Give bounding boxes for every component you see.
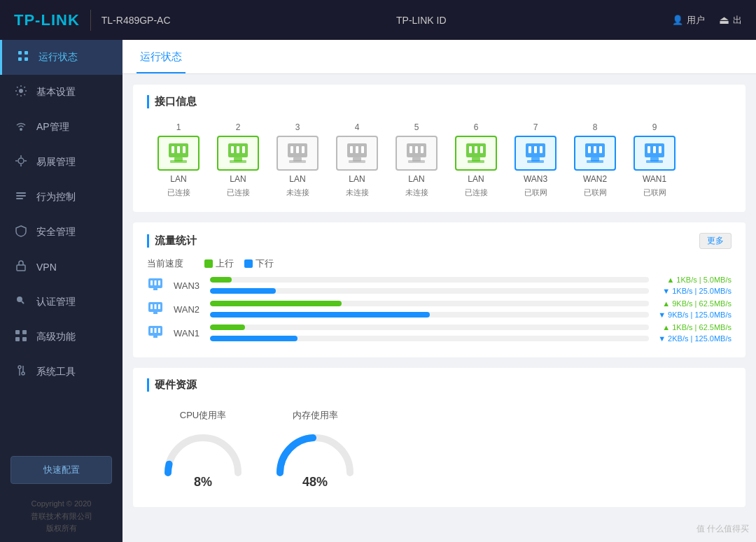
upload-bar-bg <box>210 301 649 306</box>
svg-rect-41 <box>289 160 306 163</box>
sidebar-label-security-mgmt: 安全管理 <box>36 226 76 238</box>
advanced-icon <box>14 329 28 345</box>
upload-bar-fill <box>210 277 232 283</box>
svg-rect-51 <box>421 146 424 153</box>
ap-management-icon <box>14 120 28 135</box>
sidebar-item-advanced[interactable]: 高级功能 <box>0 320 122 355</box>
download-speed-text: ▼ 9KB/s | 125.0MB/s <box>654 311 732 319</box>
eth-port-svg <box>223 141 253 166</box>
quick-config-button[interactable]: 快速配置 <box>10 456 112 484</box>
auth-mgmt-icon <box>14 294 28 310</box>
svg-point-4 <box>19 89 23 93</box>
svg-rect-90 <box>155 328 157 333</box>
sidebar-item-behavior-ctrl[interactable]: 行为控制 <box>0 180 122 215</box>
upload-speed-text: ▲ 1KB/s | 5.0MB/s <box>654 276 732 284</box>
wan-port-icon <box>147 301 167 318</box>
svg-rect-74 <box>653 146 656 153</box>
svg-rect-53 <box>408 160 425 163</box>
download-speed-text: ▼ 2KB/s | 125.0MB/s <box>654 334 732 343</box>
sidebar-item-auth-mgmt[interactable]: 认证管理 <box>0 285 122 320</box>
svg-rect-62 <box>534 146 537 153</box>
port-number: 7 <box>533 122 538 132</box>
sidebar-label-ap-management: AP管理 <box>36 121 69 134</box>
download-legend: 下行 <box>244 257 274 270</box>
port-icon <box>336 136 378 171</box>
svg-rect-71 <box>587 160 603 163</box>
sidebar-label-advanced: 高级功能 <box>36 331 76 343</box>
download-label: 下行 <box>255 257 274 270</box>
port-status-label: 已联网 <box>584 187 607 198</box>
svg-rect-50 <box>415 146 418 153</box>
sidebar-item-sys-tools[interactable]: 系统工具 <box>0 355 122 390</box>
port-item-9: 9 WAN1已联网 <box>630 122 679 198</box>
svg-rect-61 <box>528 146 531 153</box>
svg-rect-11 <box>16 192 26 194</box>
wan-traffic-rows: WAN3 ▲ 1KB/s | 5.0MB/s ▼ 1KB/s | 25.0MB/… <box>147 276 732 343</box>
svg-rect-45 <box>361 146 364 153</box>
wan-port-icon <box>147 277 167 294</box>
port-item-2: 2 LAN已连接 <box>214 122 262 198</box>
device-model: TL-R489GP-AC <box>102 15 171 26</box>
cpu-gauge: CPU使用率 8% <box>161 409 245 490</box>
port-type-label: LAN <box>170 174 186 184</box>
port-item-4: 4 LAN未连接 <box>332 122 382 198</box>
copyright-text: Copyright © 2020 普联技术有限公司 版权所有 <box>31 499 92 532</box>
svg-rect-73 <box>648 146 650 153</box>
tab-run-status[interactable]: 运行状态 <box>136 40 186 73</box>
svg-rect-67 <box>588 146 591 153</box>
interface-section-title: 接口信息 <box>147 95 732 108</box>
main-content: 运行状态 接口信息 1 LAN已连接2 LAN已连接3 <box>122 40 756 542</box>
svg-point-5 <box>20 128 22 131</box>
svg-rect-80 <box>155 280 157 285</box>
sidebar-item-vpn[interactable]: VPN <box>0 250 122 285</box>
port-status-label: 未连接 <box>346 187 369 198</box>
svg-rect-1 <box>24 51 28 55</box>
sidebar-item-easy-expand[interactable]: 易展管理 <box>0 145 122 180</box>
svg-rect-2 <box>18 57 22 61</box>
current-speed-label: 当前速度 <box>147 257 183 270</box>
port-type-label: WAN1 <box>643 174 666 184</box>
sidebar-item-basic-settings[interactable]: 基本设置 <box>0 75 122 110</box>
wan-row-wan2: WAN2 ▲ 9KB/s | 62.5MB/s ▼ 9KB/s | 125.0M… <box>147 299 732 319</box>
sidebar-item-run-status[interactable]: 运行状态 <box>0 40 122 75</box>
port-status-label: 已连接 <box>227 187 250 198</box>
svg-point-6 <box>18 158 24 164</box>
svg-rect-32 <box>237 146 239 153</box>
eth-port-svg <box>401 141 432 166</box>
vpn-icon <box>14 259 28 275</box>
sidebar-label-vpn: VPN <box>36 262 57 273</box>
svg-rect-25 <box>172 146 174 153</box>
port-icon <box>574 136 616 171</box>
run-status-icon <box>16 50 30 65</box>
svg-rect-39 <box>302 146 304 153</box>
eth-port-svg <box>342 141 372 166</box>
traffic-header: 流量统计 更多 <box>147 233 732 249</box>
svg-rect-57 <box>480 146 483 153</box>
port-number: 2 <box>236 122 241 132</box>
header-center: TP-LINK ID <box>171 15 672 26</box>
user-menu[interactable]: 👤 用户 <box>672 14 705 27</box>
svg-rect-12 <box>16 195 26 197</box>
upload-speed-text: ▲ 1KB/s | 62.5MB/s <box>654 323 732 331</box>
logout-button[interactable]: ⏏ 出 <box>719 13 742 27</box>
svg-rect-82 <box>153 288 158 290</box>
eth-port-svg <box>163 141 194 166</box>
port-status-label: 未连接 <box>405 187 428 198</box>
svg-rect-92 <box>153 336 158 338</box>
sidebar-label-run-status: 运行状态 <box>38 51 78 64</box>
sidebar-item-security-mgmt[interactable]: 安全管理 <box>0 215 122 250</box>
port-number: 6 <box>474 122 479 132</box>
more-button[interactable]: 更多 <box>699 233 732 249</box>
wan-bars: ▲ 1KB/s | 62.5MB/s ▼ 2KB/s | 125.0MB/s <box>210 323 732 343</box>
port-type-label: WAN2 <box>583 174 607 184</box>
svg-point-20 <box>18 366 21 369</box>
sidebar-item-ap-management[interactable]: AP管理 <box>0 110 122 145</box>
hardware-section-title: 硬件资源 <box>147 378 732 392</box>
header-divider <box>90 10 91 31</box>
download-bar-fill <box>210 312 430 318</box>
svg-rect-31 <box>231 146 234 153</box>
sidebar: 运行状态 基本设置 AP管理 <box>0 40 122 542</box>
basic-settings-icon <box>14 85 28 100</box>
svg-point-15 <box>17 297 22 302</box>
wan-icon-svg <box>147 325 164 338</box>
